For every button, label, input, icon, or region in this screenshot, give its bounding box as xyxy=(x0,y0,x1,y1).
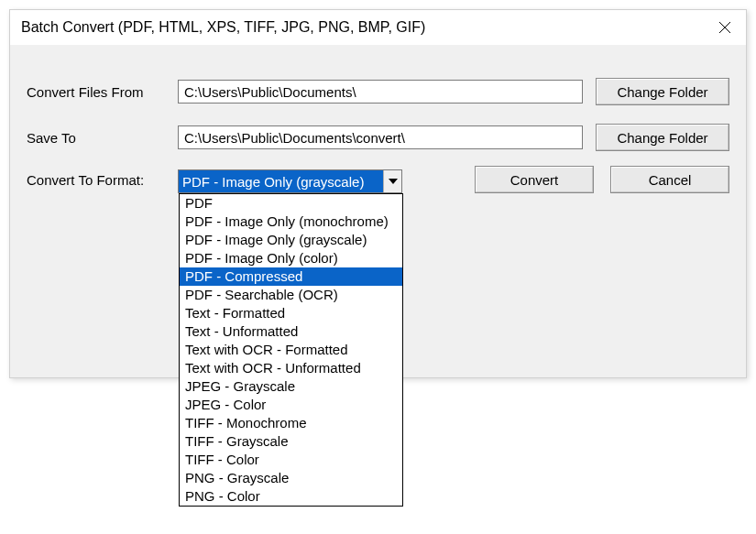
row-convert-from: Convert Files From Change Folder xyxy=(27,78,729,105)
format-option[interactable]: PDF - Image Only (grayscale) xyxy=(180,231,402,249)
svg-marker-2 xyxy=(389,179,398,184)
format-option[interactable]: JPEG - Grayscale xyxy=(180,377,402,396)
action-row: Convert Cancel xyxy=(475,166,729,193)
format-option[interactable]: PNG - Grayscale xyxy=(180,469,402,487)
label-convert-from: Convert Files From xyxy=(27,84,178,100)
format-option[interactable]: TIFF - Color xyxy=(180,451,402,469)
window-title: Batch Convert (PDF, HTML, XPS, TIFF, JPG… xyxy=(21,19,425,36)
cancel-button-label: Cancel xyxy=(649,172,692,188)
close-button[interactable] xyxy=(715,17,735,38)
input-convert-from[interactable] xyxy=(178,80,583,104)
dialog-content: Convert Files From Change Folder Save To… xyxy=(10,45,746,210)
format-option[interactable]: PDF xyxy=(180,194,402,213)
dialog-window: Batch Convert (PDF, HTML, XPS, TIFF, JPG… xyxy=(9,9,747,378)
format-option[interactable]: TIFF - Grayscale xyxy=(180,432,402,451)
format-dropdown-list[interactable]: PDFPDF - Image Only (monochrome)PDF - Im… xyxy=(179,193,403,507)
change-folder-button-from[interactable]: Change Folder xyxy=(596,78,729,105)
format-dropdown-arrow[interactable] xyxy=(383,170,401,192)
format-selected-value: PDF - Image Only (grayscale) xyxy=(179,170,383,192)
format-option[interactable]: PNG - Color xyxy=(180,487,402,506)
format-option[interactable]: PDF - Searchable (OCR) xyxy=(180,286,402,304)
format-option[interactable]: Text - Formatted xyxy=(180,304,402,322)
format-option[interactable]: TIFF - Monochrome xyxy=(180,414,402,432)
label-format: Convert To Format: xyxy=(27,169,178,188)
format-option[interactable]: JPEG - Color xyxy=(180,396,402,414)
convert-button-label: Convert xyxy=(510,172,559,188)
format-option[interactable]: PDF - Compressed xyxy=(180,267,402,286)
change-folder-label: Change Folder xyxy=(617,84,707,100)
change-folder-button-to[interactable]: Change Folder xyxy=(596,124,729,151)
convert-button[interactable]: Convert xyxy=(475,166,594,193)
row-save-to: Save To Change Folder xyxy=(27,124,729,151)
label-save-to: Save To xyxy=(27,130,178,146)
chevron-down-icon xyxy=(389,179,398,184)
format-option[interactable]: Text with OCR - Formatted xyxy=(180,341,402,359)
format-select[interactable]: PDF - Image Only (grayscale) PDFPDF - Im… xyxy=(178,169,402,193)
close-icon xyxy=(718,21,731,34)
cancel-button[interactable]: Cancel xyxy=(610,166,729,193)
format-option[interactable]: Text with OCR - Unformatted xyxy=(180,359,402,377)
input-save-to[interactable] xyxy=(178,125,583,149)
change-folder-label: Change Folder xyxy=(617,130,707,146)
format-option[interactable]: PDF - Image Only (color) xyxy=(180,249,402,267)
titlebar: Batch Convert (PDF, HTML, XPS, TIFF, JPG… xyxy=(10,10,746,45)
format-option[interactable]: Text - Unformatted xyxy=(180,322,402,341)
format-option[interactable]: PDF - Image Only (monochrome) xyxy=(180,213,402,231)
